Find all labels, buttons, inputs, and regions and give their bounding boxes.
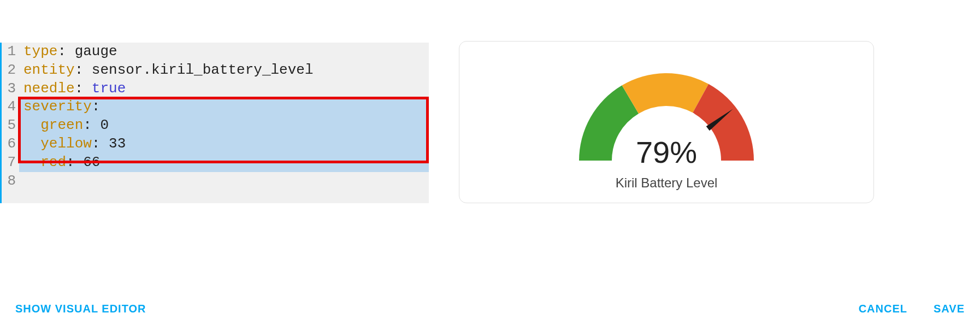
line-number: 5 (2, 116, 19, 135)
code-line[interactable]: 1type: gauge (2, 43, 429, 61)
code-line[interactable]: 8 (2, 172, 429, 191)
code-line[interactable]: 3needle: true (2, 80, 429, 98)
line-number: 2 (2, 61, 19, 80)
line-number: 4 (2, 98, 19, 116)
code-content[interactable]: yellow: 33 (19, 135, 429, 153)
code-content[interactable]: entity: sensor.kiril_battery_level (19, 61, 429, 80)
code-content[interactable]: green: 0 (19, 116, 429, 135)
line-number: 3 (2, 80, 19, 98)
code-content[interactable]: type: gauge (19, 43, 429, 61)
line-number: 8 (2, 172, 19, 191)
code-line[interactable]: 4severity: (2, 98, 429, 116)
preview-panel: 79% Kiril Battery Level (459, 41, 874, 203)
gauge-card[interactable]: 79% Kiril Battery Level (459, 41, 874, 203)
line-number: 1 (2, 43, 19, 61)
dialog-footer: SHOW VISUAL EDITOR CANCEL SAVE (0, 303, 980, 315)
gauge-label: Kiril Battery Level (616, 175, 718, 191)
code-content[interactable]: needle: true (19, 80, 429, 98)
code-content[interactable]: severity: (19, 98, 429, 116)
code-content[interactable]: red: 66 (19, 153, 429, 172)
code-line[interactable]: 5 green: 0 (2, 116, 429, 135)
show-visual-editor-button[interactable]: SHOW VISUAL EDITOR (15, 303, 146, 315)
code-line[interactable]: 6 yellow: 33 (2, 135, 429, 153)
gauge-chart (568, 57, 765, 166)
line-number: 6 (2, 135, 19, 153)
cancel-button[interactable]: CANCEL (859, 303, 907, 315)
line-number: 7 (2, 153, 19, 172)
yaml-editor-panel: 1type: gauge2entity: sensor.kiril_batter… (0, 43, 429, 203)
save-button[interactable]: SAVE (934, 303, 965, 315)
code-line[interactable]: 7 red: 66 (2, 153, 429, 172)
code-editor[interactable]: 1type: gauge2entity: sensor.kiril_batter… (2, 43, 429, 190)
code-line[interactable]: 2entity: sensor.kiril_battery_level (2, 61, 429, 80)
code-content[interactable] (19, 172, 429, 191)
